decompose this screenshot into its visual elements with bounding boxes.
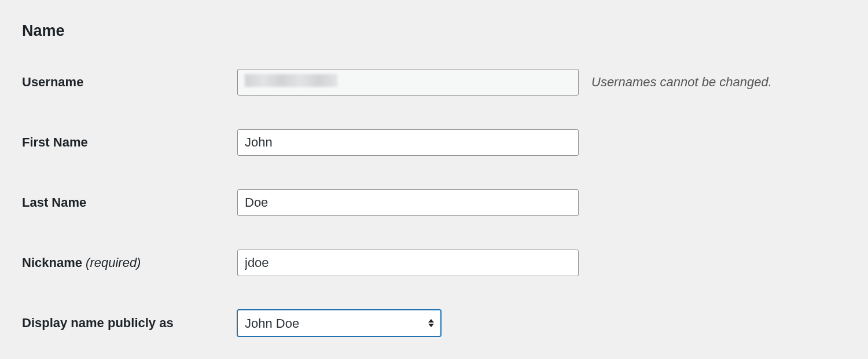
nickname-label: Nickname (required): [22, 255, 237, 270]
last-name-field[interactable]: [237, 189, 579, 216]
first-name-label: First Name: [22, 135, 237, 150]
display-name-select[interactable]: John Doe: [237, 310, 441, 336]
section-title: Name: [22, 22, 846, 40]
first-name-field[interactable]: [237, 129, 579, 156]
first-name-row: First Name: [22, 129, 846, 156]
username-row: Username Usernames cannot be changed.: [22, 69, 846, 96]
username-description: Usernames cannot be changed.: [591, 75, 772, 90]
nickname-row: Nickname (required): [22, 250, 846, 276]
nickname-required-note: (required): [86, 255, 141, 270]
last-name-row: Last Name: [22, 189, 846, 216]
username-label: Username: [22, 75, 237, 90]
last-name-label: Last Name: [22, 195, 237, 210]
nickname-field[interactable]: [237, 250, 579, 276]
username-blurred-value: [245, 74, 337, 87]
nickname-label-text: Nickname: [22, 255, 82, 270]
display-name-row: Display name publicly as John Doe: [22, 310, 846, 336]
display-name-label: Display name publicly as: [22, 316, 237, 331]
username-field: [237, 69, 579, 96]
